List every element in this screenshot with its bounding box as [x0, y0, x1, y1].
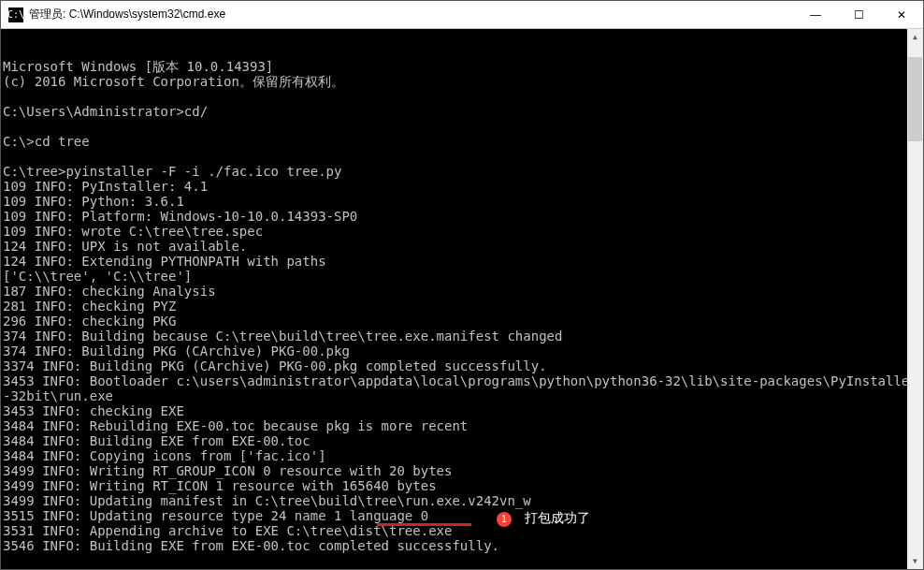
window-title: 管理员: C:\Windows\system32\cmd.exe	[29, 7, 794, 22]
terminal-line: 374 INFO: Building PKG (CArchive) PKG-00…	[3, 343, 921, 358]
terminal-line	[3, 89, 921, 104]
terminal-line: 3484 INFO: Rebuilding EXE-00.toc because…	[3, 418, 921, 433]
terminal-line: 3484 INFO: Copying icons from ['fac.ico'…	[3, 448, 921, 463]
terminal-line: 3546 INFO: Building EXE from EXE-00.toc …	[3, 538, 921, 553]
maximize-button[interactable]: ☐	[837, 1, 880, 28]
scroll-down-arrow[interactable]: ▼	[907, 553, 923, 569]
terminal-line: C:\>cd tree	[3, 134, 921, 149]
terminal-line	[3, 149, 921, 164]
terminal-line: 109 INFO: wrote C:\tree\tree.spec	[3, 224, 921, 239]
success-underline	[377, 523, 471, 526]
terminal-line	[3, 119, 921, 134]
terminal-line: 3515 INFO: Updating resource type 24 nam…	[3, 508, 921, 523]
terminal-line: 187 INFO: checking Analysis	[3, 284, 921, 299]
terminal-line: 3499 INFO: Updating manifest in C:\tree\…	[3, 493, 921, 508]
terminal-line	[3, 553, 921, 568]
titlebar[interactable]: C:\ 管理员: C:\Windows\system32\cmd.exe — ☐…	[1, 1, 923, 29]
scroll-thumb[interactable]	[908, 57, 922, 141]
terminal-line: 296 INFO: checking PKG	[3, 314, 921, 329]
cmd-window: C:\ 管理员: C:\Windows\system32\cmd.exe — ☐…	[0, 0, 924, 570]
window-controls: — ☐ ✕	[794, 1, 923, 28]
annotation-badge-1: 1	[497, 512, 512, 527]
terminal-line: 109 INFO: PyInstaller: 4.1	[3, 179, 921, 194]
terminal-line: Microsoft Windows [版本 10.0.14393]	[3, 59, 921, 74]
vertical-scrollbar[interactable]: ▲ ▼	[907, 29, 923, 569]
scroll-up-arrow[interactable]: ▲	[907, 29, 923, 45]
terminal-line: 124 INFO: Extending PYTHONPATH with path…	[3, 254, 921, 269]
terminal-line: 3453 INFO: Bootloader c:\users\administr…	[3, 373, 921, 388]
terminal-line: C:\Users\Administrator>cd/	[3, 104, 921, 119]
terminal-content: Microsoft Windows [版本 10.0.14393](c) 201…	[1, 59, 923, 569]
annotation-text-1: 打包成功了	[525, 510, 590, 525]
terminal-line: 3484 INFO: Building EXE from EXE-00.toc	[3, 433, 921, 448]
terminal-line: 374 INFO: Building because C:\tree\build…	[3, 329, 921, 343]
terminal-line: 109 INFO: Platform: Windows-10-10.0.1439…	[3, 209, 921, 224]
terminal-area[interactable]: Microsoft Windows [版本 10.0.14393](c) 201…	[1, 29, 923, 569]
cmd-icon: C:\	[8, 7, 23, 22]
terminal-line: 124 INFO: UPX is not available.	[3, 239, 921, 254]
terminal-line: -32bit\run.exe	[3, 388, 921, 403]
close-button[interactable]: ✕	[880, 1, 923, 28]
terminal-line: C:\tree>pyinstaller -F -i ./fac.ico tree…	[3, 164, 921, 179]
minimize-button[interactable]: —	[794, 1, 837, 28]
terminal-line: 3453 INFO: checking EXE	[3, 403, 921, 418]
terminal-line: 281 INFO: checking PYZ	[3, 299, 921, 314]
terminal-line: (c) 2016 Microsoft Corporation。保留所有权利。	[3, 74, 921, 89]
terminal-line: 3374 INFO: Building PKG (CArchive) PKG-0…	[3, 358, 921, 373]
terminal-line: 3499 INFO: Writing RT_GROUP_ICON 0 resou…	[3, 463, 921, 478]
terminal-line: 3499 INFO: Writing RT_ICON 1 resource wi…	[3, 478, 921, 493]
terminal-line: ['C:\\tree', 'C:\\tree']	[3, 269, 921, 284]
terminal-line: 109 INFO: Python: 3.6.1	[3, 194, 921, 209]
terminal-line: C:\tree>	[3, 568, 921, 569]
